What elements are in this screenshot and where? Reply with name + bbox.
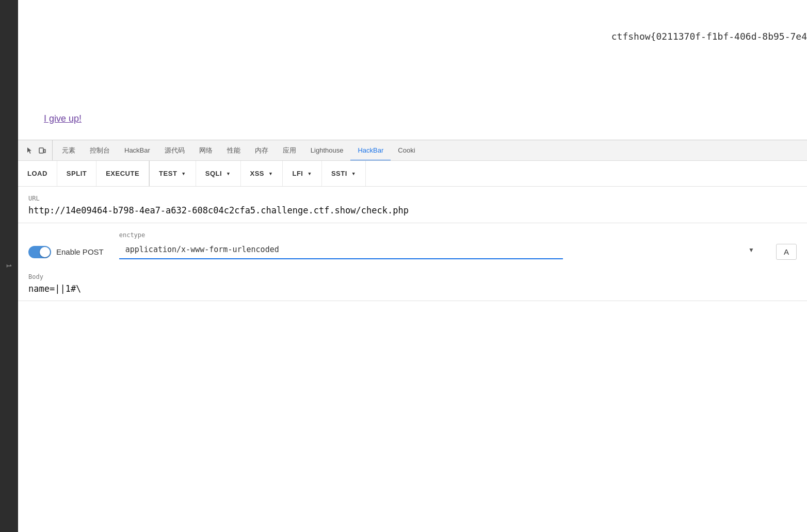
body-section: Body name=||1#\: [18, 265, 807, 302]
body-label: Body: [28, 273, 797, 280]
sidebar-number: 1: [0, 0, 18, 301]
top-content-area: ctfshow{0211370f-f1bf-406d-8b95-7e4 I gi…: [18, 0, 807, 140]
url-section: URL http://14e09464-b798-4ea7-a632-608c0…: [18, 187, 807, 223]
tab-elements[interactable]: 元素: [55, 141, 83, 161]
enctype-select[interactable]: application/x-www-form-urlencoded multip…: [119, 241, 563, 259]
tab-memory[interactable]: 内存: [248, 141, 276, 161]
cursor-icon[interactable]: [24, 145, 36, 156]
toggle-knob: [40, 247, 50, 257]
url-value[interactable]: http://14e09464-b798-4ea7-a632-608c04c2c…: [28, 204, 797, 218]
svg-rect-0: [39, 148, 43, 153]
svg-rect-1: [44, 149, 45, 153]
enctype-section: enctype application/x-www-form-urlencode…: [119, 231, 761, 259]
split-button[interactable]: SPLIT: [57, 161, 96, 186]
enctype-label: enctype: [119, 231, 761, 239]
tab-performance[interactable]: 性能: [220, 141, 248, 161]
devtools-tab-bar: 元素 控制台 HackBar 源代码 网络 性能 内存 应用: [18, 140, 807, 161]
enable-post-row: Enable POST: [28, 246, 104, 258]
tab-console[interactable]: 控制台: [83, 141, 117, 161]
xss-button[interactable]: XSS: [241, 161, 283, 186]
hackbar-toolbar: LOAD SPLIT EXECUTE TEST SQLI XSS LFI SST…: [18, 161, 807, 187]
device-icon[interactable]: [37, 145, 48, 156]
tab-network[interactable]: 网络: [192, 141, 220, 161]
execute-button[interactable]: EXECUTE: [96, 161, 149, 186]
post-section: Enable POST enctype application/x-www-fo…: [18, 223, 807, 265]
ctf-flag-text: ctfshow{0211370f-f1bf-406d-8b95-7e4: [611, 31, 807, 42]
add-button[interactable]: A: [776, 244, 797, 260]
tab-hackbar1[interactable]: HackBar: [117, 141, 157, 161]
sqli-button[interactable]: SQLI: [196, 161, 241, 186]
test-button[interactable]: TEST: [150, 161, 196, 186]
tab-lighthouse[interactable]: Lighthouse: [303, 141, 351, 161]
tab-sources[interactable]: 源代码: [157, 141, 192, 161]
give-up-link[interactable]: I give up!: [44, 113, 82, 124]
enable-post-toggle[interactable]: [28, 246, 51, 258]
hackbar-content: URL http://14e09464-b798-4ea7-a632-608c0…: [18, 187, 807, 301]
tab-cookie[interactable]: Cooki: [391, 141, 422, 161]
tab-hackbar2[interactable]: HackBar: [350, 141, 391, 161]
lfi-button[interactable]: LFI: [283, 161, 321, 186]
enctype-wrapper: application/x-www-form-urlencoded multip…: [119, 241, 761, 259]
body-value[interactable]: name=||1#\: [28, 282, 797, 296]
devtools-panel: 元素 控制台 HackBar 源代码 网络 性能 内存 应用: [18, 140, 807, 301]
url-label: URL: [28, 195, 797, 202]
enable-post-label: Enable POST: [56, 247, 104, 256]
tab-bar-icons: [20, 140, 53, 160]
tab-application[interactable]: 应用: [276, 141, 303, 161]
load-button[interactable]: LOAD: [18, 161, 57, 186]
ssti-button[interactable]: SSTI: [322, 161, 366, 186]
